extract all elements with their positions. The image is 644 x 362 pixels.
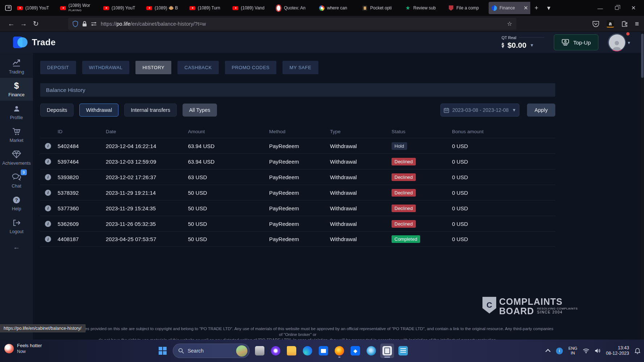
- tray-app-icon[interactable]: i: [556, 348, 563, 354]
- user-avatar[interactable]: ▼: [608, 33, 626, 51]
- notepad-taskbar-icon[interactable]: [396, 344, 410, 358]
- filter-all-types[interactable]: All Types: [183, 104, 217, 117]
- cell-method: PayRedeem: [269, 143, 330, 149]
- youtube-tab-icon: [103, 5, 109, 11]
- filter-internal-transfers[interactable]: Internal transfers: [124, 104, 177, 117]
- file-explorer-taskbar-icon[interactable]: [285, 344, 298, 358]
- bookmark-star-icon[interactable]: ☆: [507, 20, 512, 27]
- top-up-button[interactable]: Top-Up: [554, 34, 598, 50]
- extensions-puzzle-icon[interactable]: [621, 21, 628, 27]
- info-icon[interactable]: i: [45, 159, 51, 165]
- cell-type: Withdrawal: [330, 190, 392, 196]
- logout-icon: [13, 218, 20, 227]
- browser-tab[interactable]: (1089) YouT: [101, 2, 143, 14]
- browser-tab[interactable]: Review sub: [402, 2, 445, 14]
- sidebar-item-chat[interactable]: Chat9: [0, 169, 33, 192]
- reload-button[interactable]: ↻: [30, 20, 42, 28]
- sidebar-collapse-arrow-icon[interactable]: ←: [0, 243, 33, 251]
- firefox-view-icon[interactable]: [2, 3, 14, 13]
- pocket-icon[interactable]: [592, 21, 599, 27]
- browser-tab[interactable]: Quotex: An: [273, 2, 316, 14]
- info-icon[interactable]: i: [45, 205, 51, 211]
- notepad-icon: [398, 346, 408, 355]
- svg-text:?: ?: [15, 197, 18, 203]
- list-tabs-button[interactable]: ▾: [543, 3, 555, 13]
- lock-icon[interactable]: [82, 21, 87, 27]
- cell-date: 2023-12-02 17:26:37: [106, 174, 188, 180]
- browser-tab[interactable]: (1089) Turn: [187, 2, 230, 14]
- tab-my-safe[interactable]: MY SAFE: [283, 61, 318, 74]
- info-icon[interactable]: i: [45, 190, 51, 196]
- page-scrollbar[interactable]: [641, 32, 644, 340]
- info-icon[interactable]: i: [45, 236, 51, 242]
- start-button[interactable]: [156, 344, 170, 358]
- brand-logo[interactable]: Trade: [13, 36, 56, 49]
- cell-type: Withdrawal: [330, 143, 392, 149]
- status-badge: Declined: [392, 158, 416, 165]
- url-bar[interactable]: https://po.life/en/cabinet/balance-histo…: [68, 18, 517, 30]
- sidebar-item-logout[interactable]: Logout: [0, 215, 33, 237]
- tab-withdrawal[interactable]: WITHDRAWAL: [82, 61, 130, 74]
- tab-cashback[interactable]: CASHBACK: [177, 61, 219, 74]
- firefox-taskbar-icon[interactable]: [333, 344, 346, 358]
- back-button[interactable]: ←: [5, 20, 17, 28]
- weather-widget[interactable]: Feels hotter Now: [4, 343, 42, 354]
- complaintsboard-watermark: C COMPLAINTS BOARD RESOLVING COMPLAINTSS…: [482, 297, 578, 316]
- sidebar-item-market[interactable]: Market: [0, 123, 33, 146]
- table-row: i44081872023-04-25 07:53:5750 USDPayRede…: [40, 231, 555, 247]
- hamburger-menu-icon[interactable]: ≡: [635, 20, 639, 28]
- sidebar-item-help[interactable]: ?Help: [0, 192, 33, 215]
- tab-promo-codes[interactable]: PROMO CODES: [225, 61, 276, 74]
- tab-deposit[interactable]: DEPOSIT: [40, 61, 76, 74]
- sidebar-item-trading[interactable]: Trading: [0, 55, 33, 78]
- microsoft-store-taskbar-icon[interactable]: [317, 344, 330, 358]
- browser-tab[interactable]: (1089) Vand: [230, 2, 273, 14]
- info-icon[interactable]: i: [45, 143, 51, 149]
- volume-icon[interactable]: [595, 348, 601, 353]
- dropbox-taskbar-icon[interactable]: ◆: [348, 344, 362, 358]
- tray-overflow-chevron-icon[interactable]: [545, 349, 551, 354]
- table-row: i54024842023-12-04 16:22:1463.94 USDPayR…: [40, 138, 555, 153]
- tab-close-icon[interactable]: ✕: [523, 5, 529, 11]
- google-tab-icon: [319, 5, 325, 11]
- tab-history[interactable]: HISTORY: [135, 61, 171, 74]
- balance-selector[interactable]: QT Real ▲$▼ $0.00 ▼: [502, 35, 544, 50]
- browser-tab[interactable]: (1089) 🐵 B: [144, 2, 187, 14]
- teams-taskbar-icon[interactable]: [364, 344, 378, 358]
- window-maximize-button[interactable]: [609, 1, 625, 15]
- column-header: Type: [330, 129, 392, 134]
- filter-deposits[interactable]: Deposits: [40, 104, 74, 117]
- info-icon[interactable]: i: [45, 174, 51, 180]
- cell-id: 5402484: [58, 143, 106, 149]
- date-range-picker[interactable]: 2023-03-08 - 2023-12-08 ▼: [440, 104, 519, 117]
- tracking-shield-icon[interactable]: [72, 21, 78, 27]
- edge-taskbar-icon[interactable]: [301, 344, 314, 358]
- browser-tab[interactable]: Finance✕: [489, 2, 530, 14]
- browser-tab[interactable]: (1089) WorPLAYING: [58, 2, 100, 14]
- browser-tab[interactable]: File a comp: [446, 2, 488, 14]
- window-minimize-button[interactable]: —: [592, 1, 609, 15]
- wifi-icon[interactable]: [583, 348, 589, 353]
- window-close-button[interactable]: ✕: [625, 1, 642, 15]
- sidebar-item-profile[interactable]: Profile: [0, 101, 33, 123]
- screenshot-tool-taskbar-icon[interactable]: [380, 344, 394, 358]
- apply-button[interactable]: Apply: [527, 104, 555, 117]
- filter-withdrawal[interactable]: Withdrawal: [79, 104, 118, 117]
- browser-tab[interactable]: (1089) YouT: [14, 2, 57, 14]
- forward-button[interactable]: →: [17, 20, 30, 28]
- permissions-icon[interactable]: [91, 22, 97, 26]
- notification-bell-icon[interactable]: [635, 348, 640, 354]
- app-taskbar-icon[interactable]: [253, 344, 267, 358]
- browser-tab[interactable]: where can: [316, 2, 359, 14]
- language-indicator[interactable]: ENGIN: [568, 346, 577, 355]
- amazon-extension-icon[interactable]: a: [607, 20, 614, 28]
- info-icon[interactable]: i: [45, 221, 51, 227]
- sidebar-item-finance[interactable]: $Finance: [0, 78, 33, 101]
- sidebar-item-achievements[interactable]: Achievements: [0, 146, 33, 169]
- browser-tab[interactable]: Pocket opti: [359, 2, 402, 14]
- clock[interactable]: 13:4308-12-2023: [606, 345, 629, 356]
- scrollbar-thumb[interactable]: [641, 34, 644, 78]
- media-player-taskbar-icon[interactable]: [269, 344, 283, 358]
- new-tab-button[interactable]: +: [530, 3, 543, 13]
- taskbar-search[interactable]: Search: [173, 344, 250, 358]
